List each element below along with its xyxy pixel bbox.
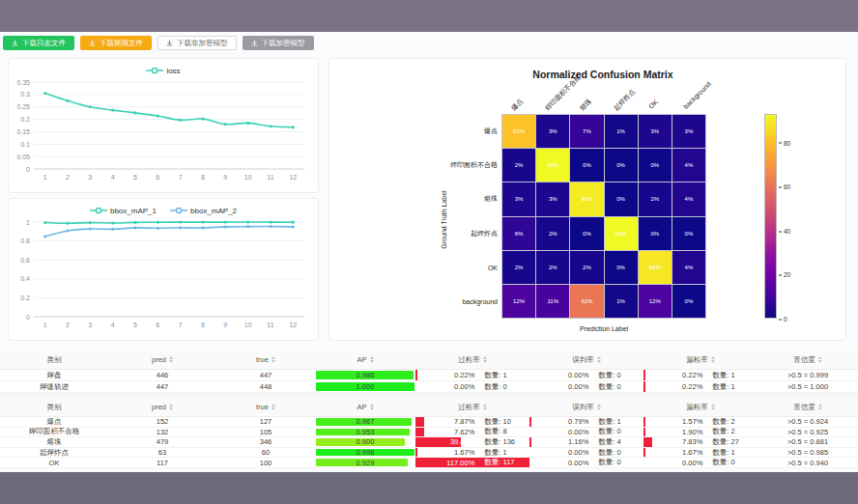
column-header-过检率[interactable]: 过检率 (415, 398, 529, 416)
pred-cell: 446 (108, 370, 216, 380)
matrix-cell: 1% (605, 115, 638, 148)
sort-carets-icon[interactable] (370, 404, 374, 410)
download-icon (166, 40, 173, 46)
rate-percent: 0.00% (644, 459, 702, 467)
column-header-label: AP (357, 355, 366, 364)
metrics-table-1: 类别predtrueAP过检率误判率漏检率置信度焊盘4464470.9860.2… (0, 350, 858, 393)
matrix-cell: 0% (605, 149, 638, 182)
column-header-漏检率[interactable]: 漏检率 (644, 398, 758, 416)
column-header-label: 过检率 (458, 403, 480, 412)
rate-count: 数量: 1 (702, 448, 758, 458)
column-header-误判率[interactable]: 误判率 (529, 398, 644, 416)
sort-carets-icon[interactable] (483, 404, 487, 410)
svg-text:5: 5 (133, 174, 137, 181)
download-icon (12, 40, 18, 46)
sort-carets-icon[interactable] (711, 356, 715, 363)
sort-carets-icon[interactable] (272, 356, 275, 363)
column-header-true[interactable]: true (216, 350, 315, 369)
rate-cell: 0.00%数量: 0 (529, 428, 644, 437)
svg-text:0.2: 0.2 (20, 294, 30, 301)
column-header-label: 类别 (47, 403, 62, 412)
column-header-label: 误判率 (572, 403, 594, 412)
matrix-cell: 3% (639, 115, 672, 148)
column-header-pred[interactable]: pred (108, 350, 216, 369)
sort-carets-icon[interactable] (818, 404, 822, 410)
column-header-AP[interactable]: AP (315, 398, 415, 416)
category-cell: 焊盘 (0, 370, 108, 380)
ap-value: 0.953 (357, 428, 375, 436)
sort-carets-icon[interactable] (818, 356, 822, 363)
ap-cell: 0.953 (315, 428, 415, 437)
matrix-row-label: 爆点 (426, 126, 498, 136)
ap-value: 0.986 (357, 371, 375, 379)
matrix-cell: 0% (672, 285, 705, 318)
ap-cell: 1.000 (315, 381, 415, 392)
pred-cell: 132 (108, 428, 216, 437)
svg-text:0.2: 0.2 (20, 116, 30, 123)
download-log-button[interactable]: 下载日志文件 (3, 36, 74, 50)
rate-percent: 0.00% (529, 448, 588, 457)
column-header-AP[interactable]: AP (315, 350, 415, 369)
colorbar-tick-label: 60 (779, 183, 790, 190)
confusion-matrix-title: Normalized Confusion Matrix (429, 69, 777, 80)
sort-carets-icon[interactable] (597, 404, 601, 410)
matrix-cell: 81% (502, 115, 535, 148)
matrix-col-label: 爆点 (509, 97, 526, 113)
svg-text:3: 3 (88, 174, 92, 181)
legend-item-loss[interactable]: loss (146, 65, 180, 76)
rate-count: 数量: 1 (702, 382, 758, 392)
sort-carets-icon[interactable] (711, 404, 715, 410)
svg-text:11: 11 (267, 174, 273, 181)
svg-text:1: 1 (43, 322, 47, 328)
rate-cell: 7.83%数量: 27 (644, 437, 758, 447)
rate-cell: 1.90%数量: 2 (644, 428, 758, 437)
rate-cell: 1.57%数量: 2 (644, 417, 758, 427)
svg-text:5: 5 (133, 322, 137, 328)
table-row: 熔珠4793460.90039.42%数量: 1361.16%数量: 47.83… (0, 437, 858, 448)
column-header-过检率[interactable]: 过检率 (415, 350, 529, 369)
column-header-true[interactable]: true (216, 398, 315, 416)
sort-carets-icon[interactable] (370, 356, 374, 363)
column-header-漏检率[interactable]: 漏检率 (644, 350, 758, 369)
svg-text:0.35: 0.35 (16, 79, 30, 86)
matrix-row-label: OK (426, 264, 498, 270)
svg-text:6: 6 (156, 174, 159, 181)
confidence-cell: >0.5 = 0.924 (758, 417, 858, 427)
sort-carets-icon[interactable] (483, 356, 487, 363)
download-encrypted-model-button[interactable]: 下载加密模型 (243, 36, 314, 50)
legend-label: loss (166, 67, 180, 75)
download-icon (251, 40, 258, 46)
button-label: 下载加密模型 (262, 39, 305, 48)
sort-carets-icon[interactable] (272, 404, 275, 410)
matrix-row-label: 熔珠 (426, 194, 498, 204)
svg-text:10: 10 (244, 174, 252, 181)
confusion-matrix-xlabel: Prediction Label (501, 325, 706, 332)
sort-carets-icon[interactable] (597, 356, 601, 363)
confidence-cell: >0.5 = 0.940 (758, 458, 858, 467)
sort-carets-icon[interactable] (169, 356, 173, 363)
legend-item-bbox_mAP_1[interactable]: bbox_mAP_1 (90, 205, 157, 216)
true-cell: 127 (216, 417, 315, 427)
column-header-label: true (256, 355, 269, 364)
column-header-pred[interactable]: pred (108, 398, 216, 416)
legend-item-bbox_mAP_2[interactable]: bbox_mAP_2 (170, 205, 237, 216)
rate-count: 数量: 0 (588, 458, 644, 467)
rate-cell: 0.00%数量: 0 (415, 381, 529, 392)
sort-carets-icon[interactable] (169, 404, 173, 410)
loss-chart-card: loss 00.050.10.150.20.250.30.35123456789… (8, 58, 319, 193)
colorbar-tick-label: 20 (779, 271, 790, 278)
download-plain-model-button[interactable]: 下载非加密模型 (157, 36, 237, 50)
metrics-table-2: 类别predtrueAP过检率误判率漏检率置信度爆点1521270.9677.8… (0, 398, 858, 468)
download-report-button[interactable]: 下载简报文件 (80, 36, 152, 50)
legend-marker-icon (90, 207, 107, 214)
ap-value: 0.996 (357, 448, 375, 457)
column-header-误判率[interactable]: 误判率 (529, 350, 644, 369)
column-header-label: 类别 (47, 355, 62, 365)
button-label: 下载简报文件 (100, 39, 143, 48)
rate-cell: 7.87%数量: 10 (415, 417, 529, 427)
column-header-置信度[interactable]: 置信度 (758, 398, 858, 416)
matrix-cell: 89% (639, 251, 672, 284)
rate-percent: 39.42% (415, 437, 474, 446)
svg-text:8: 8 (201, 322, 205, 328)
column-header-置信度[interactable]: 置信度 (758, 350, 858, 369)
